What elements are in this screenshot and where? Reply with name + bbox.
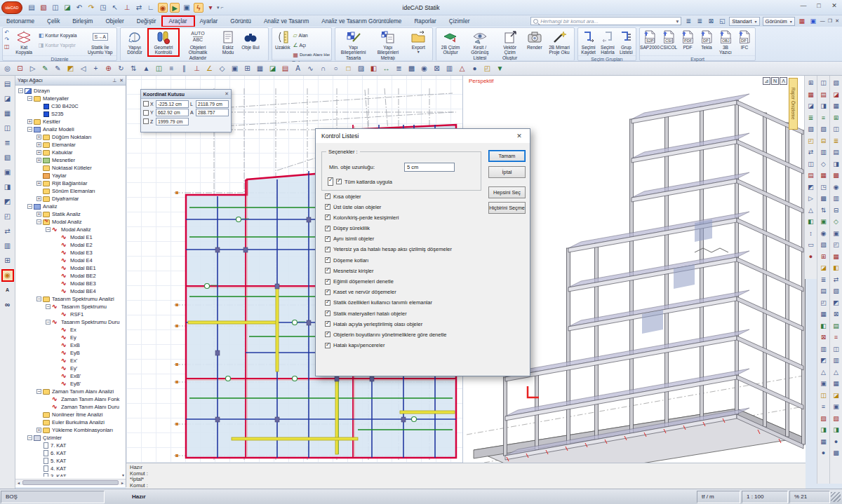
qat-icon[interactable]: ⊥ bbox=[122, 3, 132, 13]
grup-listesi-button[interactable]: Grup Listesi bbox=[618, 29, 634, 55]
left-strip-icon[interactable]: ⊞ bbox=[3, 256, 13, 266]
right-toolbar-icon[interactable]: ⇄ bbox=[834, 275, 839, 284]
panel-close-icon[interactable]: ✕ bbox=[119, 78, 123, 83]
right-toolbar-icon[interactable]: ▥ bbox=[820, 148, 827, 156]
tree-item[interactable]: Modal BE1 bbox=[15, 264, 126, 272]
qat-icon[interactable]: ◉ bbox=[158, 3, 168, 13]
tree-item[interactable]: Yükleme Kombinasyonları bbox=[15, 426, 126, 434]
layer-list-icon[interactable]: ≣ bbox=[684, 18, 693, 25]
export-format-button[interactable]: OBJ 3B Yazıcı bbox=[717, 29, 734, 55]
right-toolbar-icon[interactable]: ◉ bbox=[821, 229, 827, 238]
mdi-minimize-icon[interactable]: — bbox=[820, 18, 825, 24]
view-orientation-icon[interactable]: N bbox=[771, 77, 779, 85]
right-toolbar-icon[interactable]: ⊠ bbox=[834, 310, 839, 318]
tree-item[interactable]: Tasarım Spektrumu Analizi bbox=[15, 295, 126, 303]
check-option[interactable]: ✓ Mesnetsiz kirişler bbox=[325, 266, 452, 275]
right-toolbar-icon[interactable]: ▦ bbox=[808, 90, 814, 99]
right-toolbar-icon[interactable]: ◫ bbox=[820, 79, 827, 87]
right-toolbar-icon[interactable]: ▧ bbox=[833, 287, 839, 295]
left-strip-icon[interactable]: ▥ bbox=[3, 241, 13, 251]
right-toolbar-icon[interactable]: ▥ bbox=[820, 345, 827, 353]
tum-katlarda-checkbox[interactable]: ✓ Tüm katlarda uygula bbox=[328, 177, 392, 186]
layer-list2-icon[interactable]: ≣ bbox=[695, 18, 704, 25]
toolbar-icon[interactable]: ▨ bbox=[356, 63, 366, 74]
grid-toggle-icon[interactable]: ⊠ bbox=[707, 18, 715, 25]
hepsini-sec-button[interactable]: Hepsini Seç bbox=[488, 186, 526, 198]
tree-expander-icon[interactable] bbox=[36, 196, 41, 201]
qat-icon[interactable]: ↷ bbox=[86, 3, 96, 13]
uzaklik-button[interactable]: Uzaklık bbox=[274, 29, 291, 50]
right-toolbar-icon[interactable]: ▧ bbox=[820, 414, 827, 423]
left-strip-icon[interactable]: ⇄ bbox=[3, 226, 13, 236]
check-option[interactable]: ✓ Eğimli döşemeleri denetle bbox=[325, 278, 452, 286]
toolbar-icon[interactable]: ✎ bbox=[41, 63, 50, 74]
export-format-button[interactable]: DP Tekla bbox=[698, 29, 715, 50]
tree-item[interactable]: 3. KAT bbox=[15, 472, 126, 477]
z-lock-checkbox[interactable] bbox=[143, 118, 149, 124]
tree-item[interactable]: 6. KAT bbox=[15, 449, 126, 457]
toolbar-icon[interactable]: ◪ bbox=[268, 63, 277, 74]
view-orientation-icon[interactable]: ⊿ bbox=[763, 77, 770, 85]
right-toolbar-icon[interactable]: ⇄ bbox=[808, 148, 814, 156]
right-toolbar-icon[interactable]: ◩ bbox=[808, 183, 814, 191]
toolbar-icon[interactable]: ◫ bbox=[154, 63, 163, 74]
check-option[interactable]: ✓ Düşey süreklilik bbox=[325, 224, 452, 233]
right-toolbar-icon[interactable]: ⊞ bbox=[834, 114, 839, 122]
tree-item[interactable]: Modal Analiz bbox=[15, 218, 126, 226]
z-coordinate-field[interactable]: 1999.79 cm bbox=[156, 118, 189, 125]
toolbar-icon[interactable]: ⊕ bbox=[104, 63, 113, 74]
right-toolbar-icon[interactable]: ◇ bbox=[834, 217, 838, 226]
left-strip-icon[interactable]: ∞ bbox=[3, 300, 13, 310]
tree-item[interactable]: Statik Analiz bbox=[15, 210, 126, 218]
right-toolbar-icon[interactable]: ◪ bbox=[820, 264, 827, 272]
check-option[interactable]: ✓ Yetersiz ya da hatalı hesap aksı çizil… bbox=[325, 245, 452, 254]
toolbar-icon[interactable]: A bbox=[293, 63, 302, 74]
left-strip-icon[interactable]: ▧ bbox=[3, 153, 13, 163]
maximize-button[interactable]: □ bbox=[814, 2, 824, 9]
tree-item[interactable]: Modal E1 bbox=[15, 233, 126, 241]
tree-item[interactable]: ExB' bbox=[15, 372, 126, 380]
right-toolbar-icon[interactable]: ◪ bbox=[833, 391, 839, 400]
status-scale[interactable]: 1 : 100 bbox=[742, 491, 788, 503]
right-toolbar-icon[interactable]: ▩ bbox=[833, 449, 839, 457]
right-toolbar-icon[interactable]: ▦ bbox=[833, 102, 839, 110]
tree-item[interactable]: Modal Analiz bbox=[15, 226, 126, 233]
menu-item[interactable]: Raporlar bbox=[408, 17, 442, 26]
right-toolbar-icon[interactable]: ▧ bbox=[820, 240, 827, 249]
check-option[interactable]: ✓ Kolon/kiriş-perde kesişimleri bbox=[325, 213, 452, 222]
right-toolbar-icon[interactable]: ⇅ bbox=[821, 206, 827, 214]
menu-item[interactable]: Analiz ve Tasarım bbox=[258, 17, 315, 26]
right-toolbar-icon[interactable]: ▣ bbox=[820, 379, 827, 388]
y-coordinate-field[interactable]: 662.92 cm bbox=[156, 109, 189, 116]
menu-item[interactable]: Ayarlar bbox=[194, 17, 225, 26]
toolbar-icon[interactable]: ∿ bbox=[306, 63, 315, 74]
right-toolbar-icon[interactable]: ◰ bbox=[833, 240, 839, 249]
tree-item[interactable]: Rijit Bağlantılar bbox=[15, 179, 126, 187]
tree-item[interactable]: Elemanlar bbox=[15, 141, 126, 149]
right-toolbar-icon[interactable]: ≡ bbox=[834, 333, 838, 341]
right-toolbar-icon[interactable]: ▧ bbox=[820, 125, 827, 133]
right-toolbar-icon[interactable]: ● bbox=[822, 449, 825, 457]
mini-edit-icons[interactable]: ↶↷◫ bbox=[4, 29, 10, 50]
tamam-button[interactable]: Tamam bbox=[488, 150, 526, 162]
export-format-button[interactable]: DP IFC bbox=[736, 29, 753, 50]
right-toolbar-icon[interactable]: ≣ bbox=[821, 275, 827, 284]
tree-item[interactable]: Mesnetler bbox=[15, 156, 126, 164]
tree-expander-icon[interactable] bbox=[27, 435, 32, 440]
kesit-listesi-button[interactable]: Kesit / Görünüş Listesi bbox=[465, 29, 495, 60]
right-toolbar-icon[interactable]: ◪ bbox=[833, 90, 839, 99]
check-option[interactable]: ✓ Üst üste olan objeler bbox=[325, 203, 452, 211]
qat-icon[interactable]: ▣ bbox=[182, 3, 192, 13]
toolbar-icon[interactable]: ↻ bbox=[116, 63, 126, 74]
check-option[interactable]: ✓ Kısa objeler bbox=[325, 192, 452, 200]
x-coordinate-field[interactable]: -225.12 cm bbox=[156, 100, 189, 108]
right-toolbar-icon[interactable]: △ bbox=[821, 368, 826, 376]
vektor-cizim-button[interactable]: Vektör Çizim Oluştur bbox=[497, 29, 523, 60]
right-toolbar-icon[interactable]: ◨ bbox=[833, 425, 839, 434]
otomatik-adlandir-button[interactable]: AUTOABC Objeleri Otomatik Adlandır bbox=[180, 29, 216, 60]
right-toolbar-icon[interactable]: ◫ bbox=[820, 391, 827, 400]
tree-item[interactable]: Modal E2 bbox=[15, 241, 126, 249]
toolbar-icon[interactable]: ◉ bbox=[420, 63, 429, 74]
right-toolbar-icon[interactable]: ▦ bbox=[833, 252, 839, 261]
left-strip-icon[interactable]: ◨ bbox=[3, 182, 13, 192]
